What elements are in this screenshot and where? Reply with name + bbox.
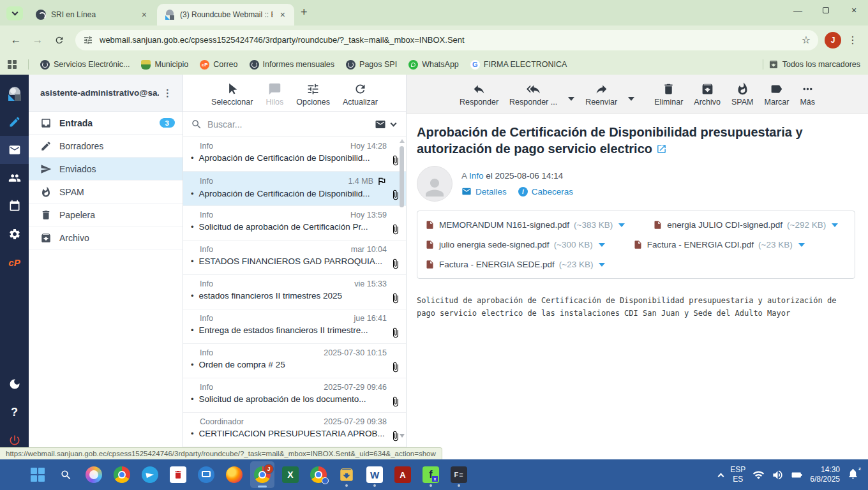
reply-button[interactable]: Responder xyxy=(460,82,498,107)
scope-envelope-icon[interactable] xyxy=(375,119,386,130)
attachment[interactable]: energia JULIO CDI-signed.pdf (~292 KB) xyxy=(653,216,838,234)
nav-contacts[interactable] xyxy=(0,164,29,192)
close-window-button[interactable]: × xyxy=(840,0,868,20)
options-button[interactable]: Opciones xyxy=(296,82,330,107)
folder-enviados[interactable]: Enviados xyxy=(29,158,183,181)
bookmark-municipio[interactable]: Municipio xyxy=(141,60,188,70)
chrome-button[interactable] xyxy=(110,461,134,488)
bookmark-star-icon[interactable]: ☆ xyxy=(802,34,811,46)
archive-button[interactable]: Archivo xyxy=(694,82,721,107)
chrome-app-button[interactable] xyxy=(306,461,331,488)
forward-button[interactable]: → xyxy=(28,31,47,50)
tab-close-icon[interactable]: × xyxy=(139,9,149,20)
folder-spam[interactable]: SPAM xyxy=(29,181,183,204)
compose-button[interactable] xyxy=(0,108,29,136)
nav-settings[interactable] xyxy=(0,220,29,248)
help-button[interactable]: ? xyxy=(0,398,29,426)
fe-app-button[interactable]: F≡ xyxy=(447,461,471,488)
attachment-name[interactable]: Factura - ENERGIA SEDE.pdf xyxy=(439,260,555,269)
attachment-menu-caret-icon[interactable] xyxy=(599,243,605,247)
reply-all-caret-icon[interactable] xyxy=(568,97,574,101)
acrobat-button[interactable]: A xyxy=(391,461,415,488)
bookmark-whatsapp[interactable]: WhatsApp xyxy=(408,60,459,70)
refresh-button[interactable]: Actualizar xyxy=(343,82,378,107)
attachment[interactable]: Factura - ENERGIA SEDE.pdf (~23 KB) xyxy=(425,256,605,273)
folder-borradores[interactable]: Borradores xyxy=(29,135,183,158)
firefox-button[interactable] xyxy=(222,461,246,488)
bookmark-pagos[interactable]: Pagos SPI xyxy=(346,60,397,70)
tab-roundcube[interactable]: (3) Roundcube Webmail :: Envia × xyxy=(157,4,294,26)
attachment-name[interactable]: Factura - ENERGIA CDI.pdf xyxy=(647,240,754,249)
message-row[interactable]: Info Hoy 14:28 Aprobación de Certificaci… xyxy=(183,137,406,172)
folder-archivo[interactable]: Archivo xyxy=(29,226,183,249)
message-row[interactable]: Info 2025-07-29 09:46 Solicitud de aprob… xyxy=(183,378,406,413)
start-button[interactable] xyxy=(26,461,50,488)
select-button[interactable]: Seleccionar xyxy=(211,82,253,107)
attachment[interactable]: Factura - ENERGIA CDI.pdf (~23 KB) xyxy=(633,236,805,253)
nav-mail[interactable] xyxy=(0,136,29,164)
bookmark-firma[interactable]: FIRMA ELECTRONICA xyxy=(470,60,567,70)
tab-close-icon[interactable]: × xyxy=(278,9,288,20)
recipient-link[interactable]: Info xyxy=(469,171,484,181)
details-link[interactable]: Detalles xyxy=(461,186,507,197)
excel-button[interactable]: X xyxy=(278,461,303,488)
account-menu-icon[interactable]: ⋮ xyxy=(159,87,176,99)
attachment-menu-caret-icon[interactable] xyxy=(798,243,805,247)
reply-all-button[interactable]: Responder ... xyxy=(509,82,557,107)
message-row[interactable]: Coordinador 2025-07-29 09:38 CERTIFICACI… xyxy=(183,413,406,447)
nav-calendar[interactable] xyxy=(0,192,29,220)
message-row[interactable]: Info 2025-07-30 10:15 Orden de compra # … xyxy=(183,344,406,378)
all-bookmarks-button[interactable]: Todos los marcadores xyxy=(768,59,860,70)
headers-link[interactable]: iCabeceras xyxy=(518,187,573,197)
tab-sri[interactable]: SRI en Línea × xyxy=(28,4,156,26)
bookmark-correo[interactable]: Correo xyxy=(200,60,237,70)
profile-avatar[interactable]: J xyxy=(825,32,841,48)
battery-icon[interactable] xyxy=(791,469,803,481)
account-header[interactable]: asistente-administrativo@sa... ⋮ xyxy=(29,75,183,112)
tray-expand-icon[interactable] xyxy=(718,473,724,479)
spam-button[interactable]: SPAM xyxy=(731,82,754,107)
site-settings-icon[interactable] xyxy=(83,35,93,45)
message-row[interactable]: Info Hoy 13:59 Solicitud de aprobación d… xyxy=(183,206,406,241)
threads-button[interactable]: Hilos xyxy=(266,82,283,107)
maximize-button[interactable] xyxy=(812,0,840,20)
scroll-down-icon[interactable] xyxy=(400,434,405,438)
attachment-menu-caret-icon[interactable] xyxy=(832,223,838,227)
volume-icon[interactable] xyxy=(772,469,784,481)
scroll-up-icon[interactable] xyxy=(400,139,405,143)
forward-caret-icon[interactable] xyxy=(628,97,634,101)
language-indicator[interactable]: ESPES xyxy=(730,465,745,484)
forward-button[interactable]: Reenviar xyxy=(585,82,617,107)
folder-entrada[interactable]: Entrada 3 xyxy=(29,112,183,135)
telegram-button[interactable] xyxy=(138,461,162,488)
search-options-chevron-icon[interactable] xyxy=(391,120,397,126)
nav-cpanel[interactable]: cP xyxy=(0,248,29,276)
mark-button[interactable]: Marcar xyxy=(765,82,789,107)
reload-button[interactable] xyxy=(50,31,69,50)
url-text[interactable]: webmail.sanjuan.gob.ec/cpsess1525424746/… xyxy=(100,35,795,45)
copilot-button[interactable] xyxy=(82,461,106,488)
attachment[interactable]: MEMORANDUM N161-signed.pdf (~383 KB) xyxy=(425,216,625,234)
delete-button[interactable]: Eliminar xyxy=(654,82,683,107)
tab-search-button[interactable] xyxy=(6,6,23,20)
attachment[interactable]: julio energia sede-signed.pdf (~300 KB) xyxy=(425,236,605,253)
chrome-profile-button[interactable]: J xyxy=(250,461,274,488)
minimize-button[interactable]: — xyxy=(784,0,812,20)
wifi-icon[interactable] xyxy=(752,469,765,481)
message-row[interactable]: Info vie 15:33 estados financieros II tr… xyxy=(183,275,406,309)
browser-menu-icon[interactable]: ⋮ xyxy=(844,34,862,46)
attachment-menu-caret-icon[interactable] xyxy=(618,223,625,227)
bookmark-servicios[interactable]: Servicios Electrónic... xyxy=(40,60,130,70)
notification-bell[interactable]: z xyxy=(847,468,859,482)
message-row[interactable]: Info 1.4 MB Aprobación de Certificación … xyxy=(183,172,406,206)
message-row[interactable]: Info jue 16:41 Entrega de estados financ… xyxy=(183,309,406,344)
attachment-name[interactable]: energia JULIO CDI-signed.pdf xyxy=(667,220,782,230)
scrollbar-thumb[interactable] xyxy=(400,146,404,207)
attachment-menu-caret-icon[interactable] xyxy=(599,263,605,267)
bookmark-informes[interactable]: Informes mensuales xyxy=(250,60,335,70)
new-tab-button[interactable]: + xyxy=(301,6,308,19)
apps-grid-icon[interactable] xyxy=(8,60,17,69)
attachment-name[interactable]: MEMORANDUM N161-signed.pdf xyxy=(439,220,569,230)
back-button[interactable]: ← xyxy=(6,31,26,50)
clock[interactable]: 14:306/8/2025 xyxy=(810,465,840,484)
